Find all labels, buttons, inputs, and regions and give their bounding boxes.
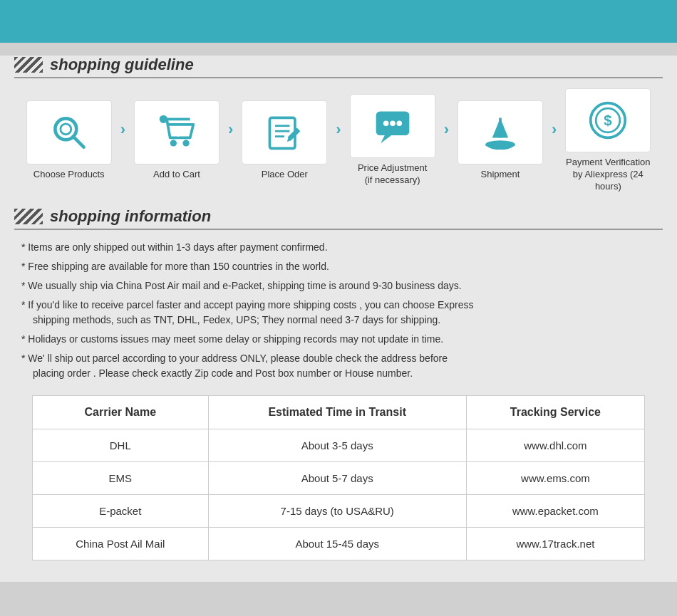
arrow-4: ›: [444, 120, 449, 160]
tracking-epacket: www.epacket.com: [466, 494, 644, 527]
table-row: DHL About 3-5 days www.dhl.com: [33, 429, 645, 461]
search-icon: [49, 113, 89, 152]
ship-icon: [480, 113, 520, 152]
step-label-place-order: Place Oder: [262, 169, 308, 181]
step-box-place-order: [242, 100, 327, 165]
table-header-carrier: Carrier Name: [33, 395, 209, 429]
svg-point-5: [170, 140, 177, 146]
info-section: * Items are only shipped out within 1-3 …: [14, 240, 663, 381]
step-box-add-to-cart: [134, 100, 219, 165]
svg-marker-14: [381, 136, 391, 144]
svg-rect-9: [270, 118, 295, 148]
transit-epacket: 7-15 days (to USA&RU): [208, 494, 466, 527]
step-box-choose-products: [26, 100, 112, 165]
table-row: EMS About 5-7 days www.ems.com: [33, 461, 645, 494]
guideline-title: shopping guideline: [50, 56, 194, 74]
carrier-dhl: DHL: [33, 429, 209, 461]
transit-dhl: About 3-5 days: [208, 429, 466, 461]
step-choose-products: Choose Products: [19, 100, 119, 181]
svg-point-6: [182, 140, 189, 146]
arrow-5: ›: [552, 120, 557, 160]
step-label-shipment: Shipment: [481, 169, 520, 181]
table-row: E-packet 7-15 days (to USA&RU) www.epack…: [33, 494, 645, 527]
chat-icon: [373, 106, 413, 146]
step-box-price-adjustment: [350, 94, 435, 158]
step-label-payment-verification: Payment Verificationby Aliexpress (24 ho…: [562, 157, 654, 193]
step-label-add-to-cart: Add to Cart: [153, 169, 200, 181]
svg-point-16: [390, 121, 395, 126]
payment-icon: $: [588, 100, 628, 140]
table-header-tracking: Tracking Service: [466, 395, 644, 429]
transit-ems: About 5-7 days: [208, 461, 466, 494]
tracking-ems: www.ems.com: [466, 461, 644, 494]
step-add-to-cart: Add to Cart: [127, 100, 227, 181]
table-header-row: Carrier Name Estimated Time in Transit T…: [33, 395, 645, 429]
cart-icon: [157, 113, 197, 152]
arrow-1: ›: [120, 120, 125, 160]
step-box-payment-verification: $: [565, 88, 651, 152]
information-title: shopping information: [50, 207, 211, 226]
arrow-2: ›: [228, 120, 233, 160]
svg-line-1: [73, 136, 83, 147]
step-payment-verification: $ Payment Verificationby Aliexpress (24 …: [558, 88, 658, 193]
tracking-dhl: www.dhl.com: [466, 429, 644, 461]
table-row: China Post Ail Mail About 15-45 days www…: [33, 527, 645, 560]
table-header-transit: Estimated Time in Transit: [208, 395, 466, 429]
info-line-3: * We usually ship via China Post Air mai…: [21, 278, 656, 293]
information-section-header: shopping information: [14, 207, 663, 230]
info-line-6: * We' ll ship out parcel according to yo…: [21, 351, 656, 381]
tracking-chinapost: www.17track.net: [466, 527, 644, 560]
step-label-choose-products: Choose Products: [33, 169, 105, 181]
svg-point-2: [61, 124, 71, 135]
info-line-4: * If you'd like to receive parcel faster…: [21, 298, 656, 328]
svg-text:$: $: [604, 112, 613, 128]
step-price-adjustment: Price Adjustment(if necessary): [343, 94, 443, 187]
transit-chinapost: About 15-45 days: [208, 527, 466, 560]
step-shipment: Shipment: [450, 100, 550, 181]
svg-point-17: [396, 121, 401, 126]
carrier-epacket: E-packet: [33, 494, 209, 527]
shipping-table: Carrier Name Estimated Time in Transit T…: [32, 395, 645, 560]
step-label-price-adjustment: Price Adjustment(if necessary): [358, 162, 428, 187]
carrier-chinapost: China Post Ail Mail: [33, 527, 209, 560]
step-place-order: Place Oder: [234, 100, 334, 181]
top-banner: [0, 0, 677, 43]
guideline-section-header: shopping guideline: [14, 56, 663, 78]
info-line-1: * Items are only shipped out within 1-3 …: [21, 240, 656, 255]
steps-row: Choose Products › Add to Cart ›: [14, 88, 663, 193]
step-box-shipment: [458, 100, 543, 165]
order-icon: [264, 113, 304, 152]
svg-rect-19: [499, 118, 502, 137]
header-icon-guideline: [14, 57, 43, 73]
info-line-2: * Free shipping are available for more t…: [21, 259, 656, 274]
svg-point-15: [383, 121, 388, 126]
info-line-5: * Holidays or customs issues may meet so…: [21, 332, 656, 347]
arrow-3: ›: [336, 120, 341, 160]
header-icon-information: [14, 209, 43, 224]
carrier-ems: EMS: [33, 461, 209, 494]
